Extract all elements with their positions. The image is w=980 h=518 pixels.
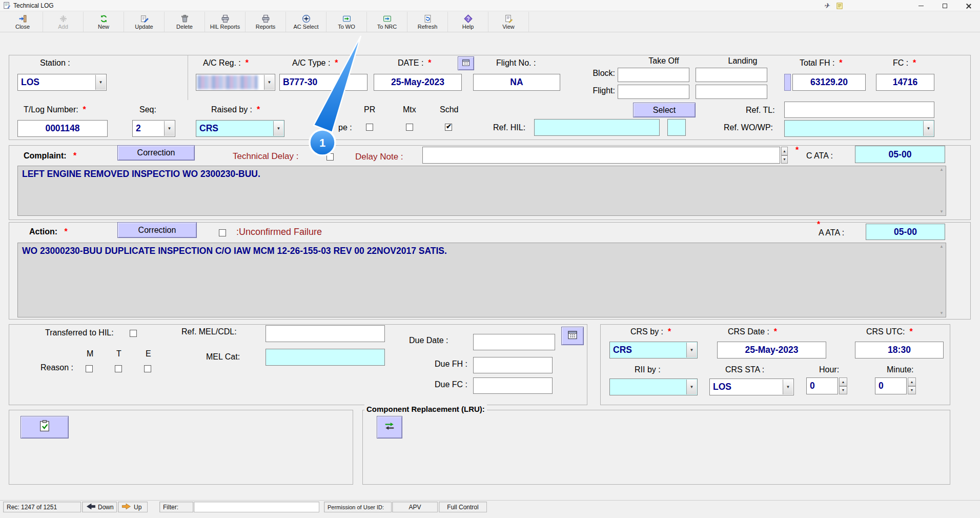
- toolbar-button-close[interactable]: Close: [3, 12, 43, 32]
- toolbar-button-help[interactable]: Help: [448, 12, 488, 32]
- notes-icon[interactable]: [834, 1, 845, 10]
- flight-no-field[interactable]: NA: [473, 74, 560, 91]
- flight-takeoff-field[interactable]: [618, 85, 689, 99]
- due-fh-field[interactable]: [473, 357, 553, 373]
- delay-note-spinner[interactable]: [781, 147, 788, 164]
- filter-input[interactable]: [197, 502, 316, 512]
- toolbar-button-new[interactable]: New: [84, 12, 124, 32]
- seq-select[interactable]: 2: [132, 120, 175, 137]
- rii-by-label: RII by :: [635, 365, 661, 374]
- ref-melcdl-field[interactable]: [266, 325, 385, 342]
- action-text-area[interactable]: WO 23000230-BUU DUPLICATE INSPECTION C/O…: [17, 243, 946, 317]
- ac-type-field[interactable]: B777-30: [279, 74, 368, 91]
- mel-cat-field[interactable]: [266, 349, 385, 366]
- block-landing-field[interactable]: [696, 68, 767, 82]
- toolbar-button-ac-select[interactable]: AC Select: [286, 12, 326, 32]
- flight-landing-field[interactable]: [696, 85, 767, 99]
- toolbar-label: To NRC: [377, 24, 397, 30]
- maximize-button[interactable]: [933, 0, 956, 11]
- minimize-button[interactable]: [909, 0, 933, 11]
- mel-cat-label: MEL Cat:: [206, 352, 240, 362]
- select-button[interactable]: Select: [633, 103, 696, 117]
- checklist-button[interactable]: [21, 416, 69, 439]
- tlog-field[interactable]: 0001148: [17, 120, 108, 137]
- due-date-field[interactable]: [473, 334, 555, 350]
- a-ata-field[interactable]: 05-00: [866, 224, 945, 240]
- minute-stepper[interactable]: [908, 377, 916, 394]
- fc-value: 14716: [893, 77, 918, 88]
- unconfirmed-failure-checkbox[interactable]: [219, 229, 226, 236]
- ref-wowp-select[interactable]: [784, 120, 934, 137]
- toolbar-label: Close: [15, 24, 30, 30]
- ref-tl-field[interactable]: [784, 102, 934, 118]
- date-field[interactable]: 25-May-2023: [374, 74, 462, 91]
- due-date-calendar-button[interactable]: [561, 327, 584, 345]
- chevron-down-icon[interactable]: [923, 121, 933, 136]
- add-icon: [59, 14, 68, 23]
- toolbar-button-to-nrc[interactable]: To NRC: [367, 12, 407, 32]
- crs-by-select[interactable]: CRS: [609, 342, 698, 358]
- total-fh-field[interactable]: 63129.20: [792, 74, 866, 91]
- due-fc-field[interactable]: [473, 377, 553, 394]
- toolbar-button-hil-reports[interactable]: HIL Reports: [205, 12, 246, 32]
- chevron-down-icon[interactable]: [783, 380, 793, 394]
- crs-by-label: CRS by : *: [630, 327, 671, 336]
- complaint-correction-button[interactable]: Correction: [117, 145, 195, 161]
- ref-hil-seq-field[interactable]: [667, 119, 686, 136]
- chevron-down-icon[interactable]: [686, 343, 697, 357]
- date-calendar-button[interactable]: [458, 56, 474, 70]
- station-select[interactable]: LOS: [17, 74, 107, 91]
- toolbar-button-update[interactable]: Update: [124, 12, 165, 32]
- close-window-button[interactable]: [956, 0, 980, 11]
- c-ata-field[interactable]: 05-00: [855, 146, 945, 163]
- crs-date-label: CRS Date : *: [728, 327, 777, 336]
- delay-note-field[interactable]: [422, 147, 780, 164]
- crs-date-field[interactable]: 25-May-2023: [717, 342, 826, 358]
- chevron-down-icon[interactable]: [95, 75, 106, 90]
- raised-by-select[interactable]: CRS: [196, 120, 284, 137]
- toolbar-label: Add: [58, 24, 68, 30]
- nav-up-button[interactable]: Up: [118, 502, 148, 512]
- reason-t-label: T: [116, 349, 121, 358]
- toolbar-button-view[interactable]: View: [488, 12, 529, 32]
- chevron-down-icon[interactable]: [686, 380, 697, 394]
- chevron-down-icon[interactable]: [264, 75, 274, 90]
- toolbar-label: Update: [135, 24, 153, 30]
- calendar-icon: [462, 58, 470, 69]
- pr-checkbox[interactable]: [366, 124, 373, 131]
- chevron-down-icon[interactable]: [273, 121, 283, 136]
- chevron-down-icon[interactable]: [164, 121, 174, 136]
- a-ata-label: A ATA :: [819, 228, 844, 237]
- toolbar-button-to-wo[interactable]: To WO: [326, 12, 367, 32]
- toolbar-button-reports[interactable]: Reports: [246, 12, 286, 32]
- block-takeoff-field[interactable]: [618, 68, 689, 82]
- action-correction-button[interactable]: Correction: [117, 222, 197, 238]
- rii-by-select[interactable]: [609, 378, 698, 395]
- crs-utc-field[interactable]: 18:30: [855, 342, 944, 358]
- technical-delay-checkbox[interactable]: [326, 153, 334, 161]
- schd-checkbox[interactable]: [445, 124, 452, 131]
- block-label: Block:: [587, 69, 615, 78]
- toolbar-button-delete[interactable]: Delete: [165, 12, 205, 32]
- plane-icon[interactable]: [822, 1, 832, 10]
- transferred-to-hil-label: Transferred to HIL:: [45, 328, 114, 337]
- minute-field[interactable]: 0: [875, 377, 907, 394]
- lru-transfer-button[interactable]: [377, 416, 402, 439]
- fc-field[interactable]: 14716: [876, 74, 934, 91]
- mtx-checkbox[interactable]: [406, 124, 413, 131]
- reason-t-checkbox[interactable]: [115, 365, 122, 372]
- transferred-to-hil-checkbox[interactable]: [130, 330, 137, 337]
- reason-e-checkbox[interactable]: [144, 365, 151, 372]
- filter-label: Filter:: [159, 502, 193, 512]
- complaint-text-area[interactable]: LEFT ENGINE REMOVED INSPECTIO WO 2300230…: [17, 166, 946, 216]
- toolbar-label: Help: [462, 24, 474, 30]
- crs-sta-select[interactable]: LOS: [709, 378, 794, 395]
- hour-field[interactable]: 0: [806, 377, 838, 394]
- nav-down-button[interactable]: Down: [82, 502, 117, 512]
- toolbar-button-refresh[interactable]: Refresh: [407, 12, 448, 32]
- lru-box: [362, 410, 950, 485]
- ac-reg-select[interactable]: [196, 74, 275, 91]
- hour-stepper[interactable]: [839, 377, 847, 394]
- ref-hil-field[interactable]: [534, 119, 660, 136]
- reason-m-checkbox[interactable]: [86, 365, 93, 372]
